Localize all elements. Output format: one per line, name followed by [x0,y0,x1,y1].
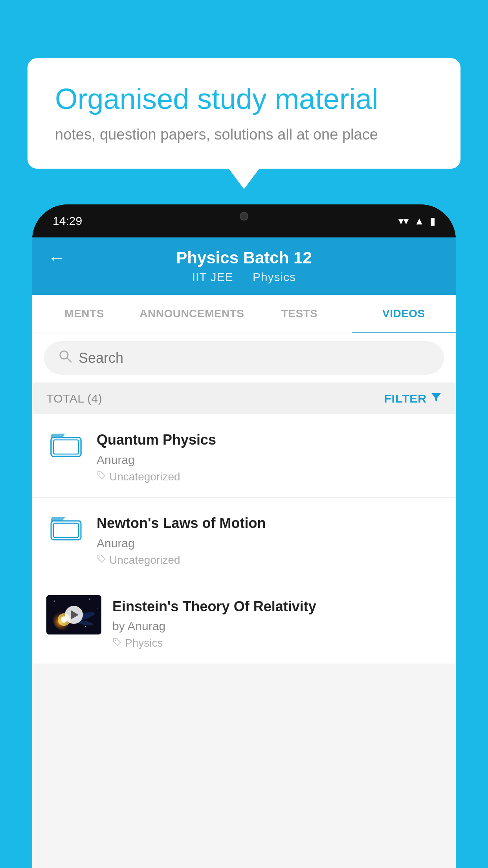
svg-rect-5 [53,440,79,454]
list-item[interactable]: Quantum Physics Anurag Uncategorized [32,414,456,498]
bubble-subtitle: notes, question papers, solutions all at… [55,126,433,143]
batch-title: Physics Batch 12 [176,248,312,267]
app-screen: ← Physics Batch 12 IIT JEE Physics MENTS… [32,237,456,868]
list-item[interactable]: Newton's Laws of Motion Anurag Uncategor… [32,498,456,581]
speech-bubble: Organised study material notes, question… [28,58,460,169]
video-list: Quantum Physics Anurag Uncategorized [32,414,456,664]
tab-bar: MENTS ANNOUNCEMENTS TESTS VIDEOS [32,295,456,333]
folder-icon [50,514,82,541]
item-info: Newton's Laws of Motion Anurag Uncategor… [97,512,442,566]
phone-time: 14:29 [53,214,82,228]
svg-point-18 [85,626,86,627]
item-info: Einstein's Theory Of Relativity by Anura… [112,595,442,650]
header-row: ← Physics Batch 12 [48,248,440,267]
tab-tests[interactable]: TESTS [248,295,352,333]
filter-bar: TOTAL (4) FILTER [32,383,456,414]
total-count: TOTAL (4) [46,392,102,405]
video-author: by Anurag [112,620,442,633]
list-item[interactable]: Einstein's Theory Of Relativity by Anura… [32,581,456,664]
filter-icon [431,391,442,406]
subtitle-iitjee: IIT JEE [192,270,233,283]
video-title: Quantum Physics [97,431,442,449]
item-info: Quantum Physics Anurag Uncategorized [97,428,442,483]
svg-point-17 [97,609,98,609]
search-input[interactable] [79,350,430,366]
svg-rect-8 [53,523,79,537]
play-triangle-icon [71,610,79,620]
subtitle-physics: Physics [253,270,296,283]
phone-camera [240,212,248,221]
back-button[interactable]: ← [48,248,65,268]
search-bar-wrapper [32,333,456,383]
folder-icon [50,430,82,458]
app-header: ← Physics Batch 12 IIT JEE Physics [32,237,456,295]
video-tag: Physics [112,637,442,649]
status-icons: ▾▾ ▲ ▮ [398,215,435,227]
folder-icon-wrap [46,512,86,543]
tab-videos[interactable]: VIDEOS [352,295,456,333]
wifi-icon: ▾▾ [398,215,409,227]
svg-point-9 [99,557,101,558]
header-subtitle: IIT JEE Physics [188,270,300,284]
svg-point-21 [115,640,116,641]
phone-frame: 14:29 ▾▾ ▲ ▮ ← Physics Batch 12 IIT JEE … [32,204,456,868]
video-tag: Uncategorized [97,471,442,483]
speech-bubble-section: Organised study material notes, question… [28,58,460,169]
filter-button[interactable]: FILTER [384,391,442,406]
video-author: Anurag [97,537,442,550]
phone-notch [209,204,279,228]
battery-icon: ▮ [430,215,435,227]
svg-point-16 [89,598,90,600]
video-tag: Uncategorized [97,554,442,566]
signal-icon: ▲ [414,215,424,227]
svg-point-15 [77,603,78,603]
search-icon [58,349,72,367]
svg-marker-2 [431,393,441,402]
video-title: Einstein's Theory Of Relativity [112,598,442,616]
folder-icon-wrap [46,428,86,460]
tag-icon [97,554,106,566]
svg-point-14 [54,600,55,601]
bubble-title: Organised study material [55,82,433,117]
svg-line-1 [67,358,71,362]
tag-icon [112,637,122,649]
video-title: Newton's Laws of Motion [97,514,442,533]
tab-ments[interactable]: MENTS [32,295,136,333]
tag-icon [97,471,106,483]
status-bar: 14:29 ▾▾ ▲ ▮ [32,204,456,237]
svg-point-6 [99,473,101,474]
tab-announcements[interactable]: ANNOUNCEMENTS [136,295,247,333]
search-bar[interactable] [44,341,444,375]
video-thumbnail [46,595,101,634]
video-author: Anurag [97,453,442,467]
play-button[interactable] [65,606,83,624]
